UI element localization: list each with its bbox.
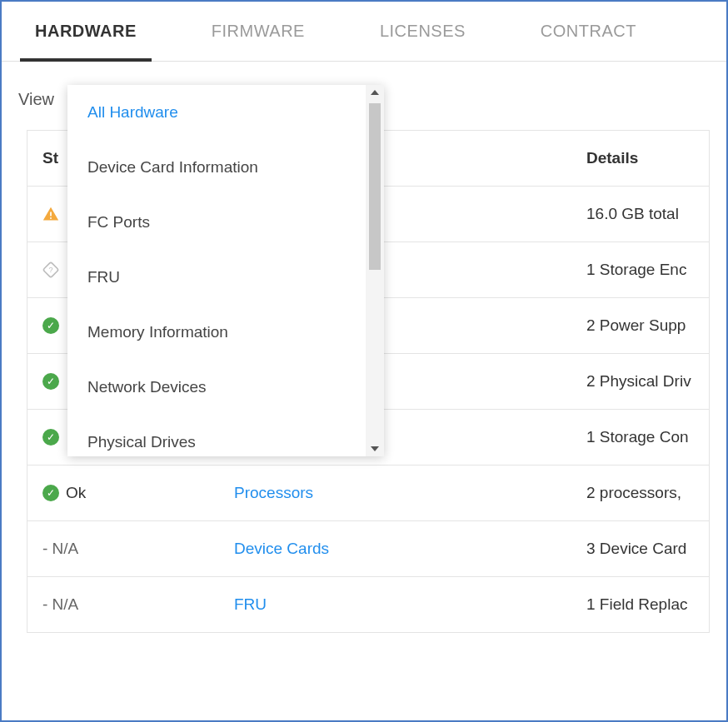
details-cell: 16.0 GB total [571, 187, 709, 241]
dropdown-option-physical-drives[interactable]: Physical Drives [67, 415, 366, 456]
tab-licenses[interactable]: LICENSES [380, 2, 466, 61]
status-text: - N/A [42, 540, 78, 558]
view-dropdown-list: All Hardware Device Card Information FC … [67, 85, 366, 456]
details-cell: 2 processors, [571, 466, 709, 520]
tab-hardware[interactable]: HARDWARE [35, 2, 137, 61]
name-cell[interactable]: Processors [219, 466, 571, 520]
view-filter-row: View All Hardware All Hardware Device Ca… [2, 62, 726, 130]
status-cell: ✓ Ok [27, 466, 219, 520]
table-row: - N/A FRU 1 Field Replac [27, 577, 709, 633]
unknown-icon: ? [42, 261, 59, 278]
view-label: View [18, 90, 54, 109]
dropdown-option-fc-ports[interactable]: FC Ports [67, 195, 366, 250]
status-text: - N/A [42, 595, 78, 614]
view-dropdown-panel: All Hardware Device Card Information FC … [67, 85, 384, 456]
scroll-thumb[interactable] [369, 103, 381, 270]
details-cell: 2 Physical Driv [571, 354, 709, 409]
details-cell: 1 Storage Enc [571, 242, 709, 297]
status-cell: - N/A [27, 577, 219, 632]
warning-icon [42, 206, 59, 222]
dropdown-option-fru[interactable]: FRU [67, 250, 366, 305]
svg-text:?: ? [48, 266, 52, 274]
details-cell: 1 Storage Con [571, 410, 709, 465]
table-row: - N/A Device Cards 3 Device Card [27, 521, 709, 577]
dropdown-option-network-devices[interactable]: Network Devices [67, 360, 366, 415]
ok-icon: ✓ [42, 317, 59, 334]
col-header-details: Details [571, 131, 709, 186]
status-cell: - N/A [27, 521, 219, 576]
ok-icon: ✓ [42, 429, 59, 446]
tab-contract[interactable]: CONTRACT [541, 2, 636, 61]
dropdown-option-device-card-info[interactable]: Device Card Information [67, 140, 366, 195]
table-row: ✓ Ok Processors 2 processors, [27, 466, 709, 521]
svg-rect-0 [50, 212, 52, 217]
ok-icon: ✓ [42, 485, 59, 501]
name-cell[interactable]: Device Cards [219, 521, 571, 576]
dropdown-option-memory-info[interactable]: Memory Information [67, 305, 366, 360]
details-cell: 2 Power Supp [571, 298, 709, 353]
name-cell[interactable]: FRU [219, 577, 571, 632]
tab-bar: HARDWARE FIRMWARE LICENSES CONTRACT [2, 2, 726, 62]
status-text: Ok [66, 484, 86, 502]
tab-firmware[interactable]: FIRMWARE [212, 2, 305, 61]
ok-icon: ✓ [42, 373, 59, 390]
details-cell: 1 Field Replac [571, 577, 709, 632]
dropdown-option-all-hardware[interactable]: All Hardware [67, 85, 366, 140]
scroll-up-icon[interactable] [371, 90, 379, 95]
svg-rect-1 [50, 217, 52, 219]
dropdown-scrollbar[interactable] [366, 85, 384, 456]
scroll-down-icon[interactable] [371, 446, 379, 451]
details-cell: 3 Device Card [571, 521, 709, 576]
